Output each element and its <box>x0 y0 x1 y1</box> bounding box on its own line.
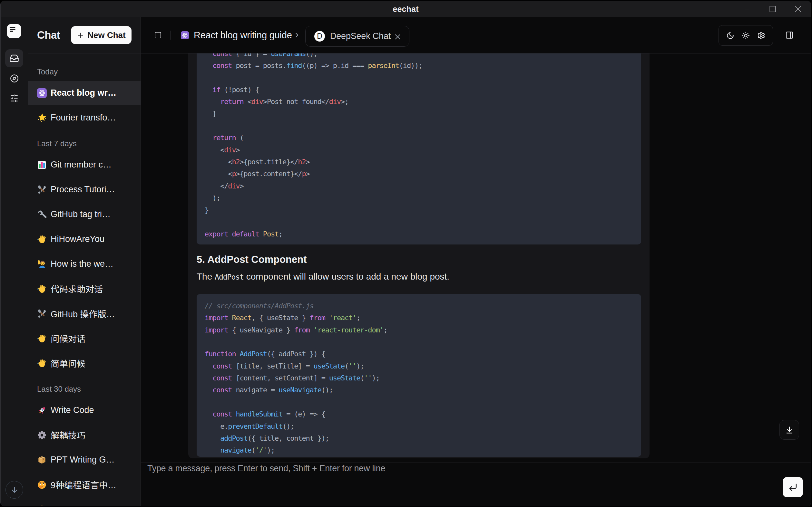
chat-history-item[interactable]: Process Tutori… <box>28 177 141 202</box>
moon-icon[interactable] <box>726 32 734 40</box>
emoji-raising-hand-icon <box>37 259 47 269</box>
chat-history-item[interactable]: 解耦技巧 <box>28 423 141 447</box>
message-input[interactable]: Type a message, press Enter to send, Shi… <box>147 463 772 473</box>
chat-history-item[interactable]: Fourier transfo… <box>28 106 141 130</box>
chat-history-item-label: PPT Writing G… <box>51 455 115 465</box>
code-token: useState <box>314 362 345 370</box>
minimize-button[interactable] <box>734 1 760 17</box>
code-token <box>205 410 212 418</box>
code-token <box>205 446 220 454</box>
chat-history-item[interactable]: 代码求助对话 <box>28 277 141 301</box>
code-token: export <box>205 230 228 238</box>
chat-history-item[interactable]: HiHowAreYou <box>28 227 141 251</box>
code-line: } <box>205 108 633 119</box>
chat-history-item[interactable] <box>28 497 141 506</box>
chat-history-item[interactable]: 9种编程语言中… <box>28 472 141 497</box>
model-selector[interactable]: D DeepSeek Chat <box>305 26 409 47</box>
chat-history-item[interactable]: PPT Writing G… <box>28 448 141 472</box>
code-token: navigate = <box>232 386 278 394</box>
chat-avatar-react-icon <box>181 31 189 39</box>
chat-history-item-label: 9种编程语言中… <box>51 478 116 491</box>
code-token: const <box>212 53 232 58</box>
inbox-icon <box>9 53 19 63</box>
code-token: div <box>228 182 240 190</box>
code-line: const [title, setTitle] = useState(''); <box>205 360 633 372</box>
code-token: = (e) => { <box>283 410 325 418</box>
code-token: (); <box>321 386 333 394</box>
icon-rail <box>1 17 28 506</box>
app-logo[interactable] <box>7 24 21 38</box>
close-icon <box>793 4 803 14</box>
rail-discover-button[interactable] <box>5 69 23 87</box>
chat-history-item[interactable]: Git member c… <box>28 153 141 177</box>
code-token: (!post) { <box>220 86 259 94</box>
code-token: { useNavigate } <box>228 326 294 334</box>
code-line: <div> <box>205 144 633 156</box>
emoji-hammer-wrench-icon <box>37 309 47 319</box>
code-line: <p>{post.content}</p> <box>205 168 633 180</box>
code-token: ( <box>251 446 255 454</box>
code-line: // src/components/AddPost.js <box>205 300 633 312</box>
scroll-to-bottom-button[interactable] <box>779 420 799 440</box>
code-token: >Post not found</ <box>263 98 329 106</box>
code-token: preventDefault <box>228 422 283 430</box>
send-button[interactable] <box>783 477 803 497</box>
code-token: h2 <box>232 158 240 166</box>
code-token: post = posts. <box>232 61 286 69</box>
code-token: > <box>236 146 240 154</box>
code-token: // src/components/AddPost.js <box>205 302 314 310</box>
sidebar-toggle-button[interactable] <box>154 31 162 39</box>
code-token <box>205 362 212 370</box>
new-chat-button[interactable]: New Chat <box>71 26 132 44</box>
code-token: from <box>310 314 325 322</box>
code-token: (id)); <box>399 61 422 69</box>
chat-history-item[interactable]: How is the we… <box>28 252 141 276</box>
code-token <box>205 374 212 382</box>
code-token <box>259 230 263 238</box>
code-token: if <box>212 86 220 94</box>
code-token: div <box>329 98 341 106</box>
model-remove-button[interactable] <box>393 33 401 40</box>
chat-history-item[interactable]: React blog wr… <box>28 81 141 105</box>
code-line: } <box>205 204 633 216</box>
code-token: ({ addPost }) { <box>267 350 325 358</box>
titlebar: eechat <box>1 1 811 17</box>
code-line: const post = posts.find((p) => p.id === … <box>205 60 633 71</box>
chat-history-item[interactable]: 问候对话 <box>28 326 141 350</box>
code-token: const <box>212 410 232 418</box>
maximize-button[interactable] <box>760 1 785 17</box>
sun-icon[interactable] <box>742 32 750 40</box>
code-token: navigate <box>220 446 251 454</box>
chat-history-item[interactable]: GitHub tag tri… <box>28 202 141 226</box>
code-token: < <box>205 170 232 178</box>
chat-history-item[interactable]: Write Code <box>28 398 141 422</box>
close-button[interactable] <box>785 1 811 17</box>
chat-title[interactable]: React blog writing guide <box>194 17 292 53</box>
emoji-hammer-wrench-icon <box>37 185 47 194</box>
right-panel-toggle-button[interactable] <box>785 31 794 39</box>
inline-code: AddPost <box>215 273 244 281</box>
rail-settings-button[interactable] <box>5 89 23 107</box>
emoji-wave-icon <box>37 358 47 368</box>
chat-history-item[interactable]: GitHub 操作版… <box>28 301 141 326</box>
emoji-wrench-icon <box>37 210 47 219</box>
message-scroll-area[interactable]: const { id } = useParams(); const post =… <box>141 53 811 462</box>
chat-header: React blog writing guide D DeepSeek Chat <box>141 17 811 53</box>
chat-history-item[interactable]: 简单问候 <box>28 351 141 375</box>
emoji-wave-icon <box>37 284 47 294</box>
rail-chat-button[interactable] <box>5 49 23 67</box>
chevron-right-icon[interactable] <box>293 31 301 39</box>
code-token: return <box>220 98 243 106</box>
maximize-icon <box>768 4 777 13</box>
compass-icon <box>10 74 19 83</box>
code-line: const [content, setContent] = useState('… <box>205 372 633 384</box>
settings-gear-icon[interactable] <box>757 32 765 40</box>
model-name: DeepSeek Chat <box>330 31 391 41</box>
paragraph-text: The <box>197 272 215 282</box>
code-token <box>236 350 240 358</box>
emoji-thinking-icon <box>37 480 47 490</box>
code-token: ( <box>345 362 349 370</box>
code-token: const <box>212 61 232 69</box>
scroll-down-rail-button[interactable] <box>5 481 23 499</box>
model-logo: D <box>314 31 325 42</box>
